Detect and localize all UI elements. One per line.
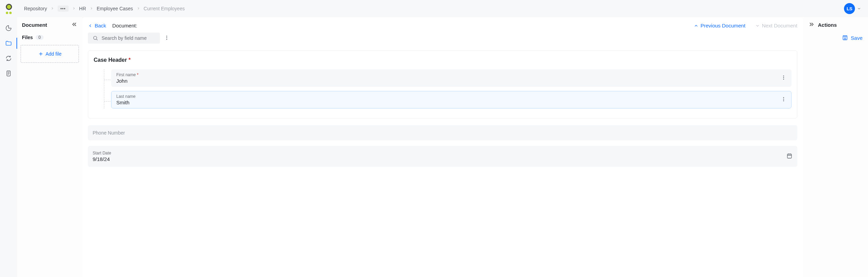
folder-icon (5, 40, 12, 47)
expand-actions-button[interactable] (808, 21, 814, 28)
document-title-prefix: Document: (112, 23, 137, 28)
user-menu[interactable]: LS (844, 3, 861, 14)
search-placeholder: Search by field name (102, 35, 147, 41)
svg-point-5 (783, 76, 784, 76)
collapse-panel-button[interactable] (71, 21, 78, 28)
add-file-button[interactable]: Add file (21, 45, 79, 63)
phone-number-field[interactable]: Phone Number (88, 125, 797, 140)
first-name-field[interactable]: First name * John (111, 69, 791, 87)
section-title: Case Header * (94, 57, 791, 63)
first-name-label: First name * (116, 72, 781, 77)
last-name-label: Last name (116, 94, 781, 99)
section-title-text: Case Header (94, 57, 127, 63)
breadcrumb-seg-cases[interactable]: Employee Cases (97, 6, 133, 11)
save-icon (842, 35, 848, 41)
last-name-value: Smith (116, 100, 781, 105)
svg-point-3 (166, 37, 167, 38)
chevron-right-icon (72, 6, 76, 11)
more-vertical-icon (781, 75, 786, 80)
files-label: Files (22, 35, 33, 40)
breadcrumb-current: Current Employees (144, 6, 185, 11)
prev-doc-label: Previous Document (701, 23, 746, 28)
required-star: * (137, 72, 139, 77)
svg-rect-0 (7, 71, 10, 76)
pie-chart-icon (5, 25, 12, 32)
app-logo (4, 4, 14, 13)
chevron-right-icon (137, 6, 140, 11)
avatar: LS (844, 3, 855, 14)
panel-title: Document (22, 22, 47, 28)
chevron-left-icon (88, 23, 93, 28)
breadcrumb-root[interactable]: Repository (24, 6, 47, 11)
back-button[interactable]: Back (88, 23, 106, 28)
svg-point-4 (166, 39, 167, 39)
chevrons-left-icon (71, 21, 78, 27)
breadcrumb: Repository ••• HR Employee Cases Current… (24, 5, 185, 12)
previous-document-button[interactable]: Previous Document (694, 23, 746, 28)
search-icon (93, 35, 98, 41)
save-button[interactable]: Save (808, 35, 863, 41)
date-picker-button[interactable] (786, 153, 793, 160)
back-label: Back (95, 23, 106, 28)
actions-panel: Actions Save (803, 17, 868, 277)
more-vertical-icon (781, 96, 786, 102)
nav-rail (0, 17, 17, 277)
start-date-field[interactable]: Start Date 9/18/24 (88, 146, 797, 167)
last-name-options[interactable] (781, 96, 786, 103)
start-date-label: Start Date (93, 151, 786, 155)
svg-rect-12 (843, 36, 847, 40)
more-vertical-icon (164, 35, 169, 41)
svg-point-10 (783, 101, 784, 101)
next-document-button: Next Document (755, 23, 797, 28)
first-name-options[interactable] (781, 75, 786, 81)
rail-dashboard[interactable] (4, 24, 13, 32)
files-count: 0 (36, 35, 44, 40)
rail-sync[interactable] (4, 54, 13, 62)
phone-label: Phone Number (93, 130, 793, 136)
chevron-right-icon (90, 6, 93, 11)
first-name-value: John (116, 78, 781, 84)
svg-rect-11 (787, 154, 791, 158)
start-date-value: 9/18/24 (93, 156, 786, 162)
search-input[interactable]: Search by field name (88, 33, 160, 44)
plus-icon (38, 51, 44, 57)
save-label: Save (851, 35, 863, 41)
main-content: Back Document: Previous Document Next Do… (82, 17, 803, 277)
chevrons-right-icon (808, 21, 814, 27)
rail-edit[interactable] (4, 69, 13, 78)
svg-point-1 (94, 36, 97, 39)
breadcrumb-seg-hr[interactable]: HR (79, 6, 86, 11)
search-options-button[interactable] (164, 35, 169, 42)
topbar: Repository ••• HR Employee Cases Current… (0, 0, 868, 17)
chevron-down-icon (755, 23, 760, 28)
add-file-label: Add file (46, 51, 62, 57)
refresh-icon (5, 55, 12, 62)
rail-folder[interactable] (4, 39, 13, 47)
clipboard-edit-icon (5, 70, 12, 77)
svg-point-7 (783, 79, 784, 80)
chevron-right-icon (50, 6, 54, 11)
last-name-field[interactable]: Last name Smith (111, 91, 791, 108)
svg-point-2 (166, 36, 167, 36)
chevron-down-icon (857, 7, 861, 11)
next-doc-label: Next Document (762, 23, 797, 28)
actions-title: Actions (818, 22, 837, 28)
svg-point-9 (783, 99, 784, 100)
calendar-icon (786, 153, 793, 159)
case-header-section: Case Header * First name * John (88, 50, 797, 118)
svg-point-6 (783, 77, 784, 78)
required-star: * (128, 57, 130, 63)
document-panel: Document Files 0 Add file (17, 17, 82, 277)
chevron-up-icon (694, 23, 699, 28)
breadcrumb-collapsed[interactable]: ••• (58, 5, 69, 12)
svg-point-8 (783, 97, 784, 98)
